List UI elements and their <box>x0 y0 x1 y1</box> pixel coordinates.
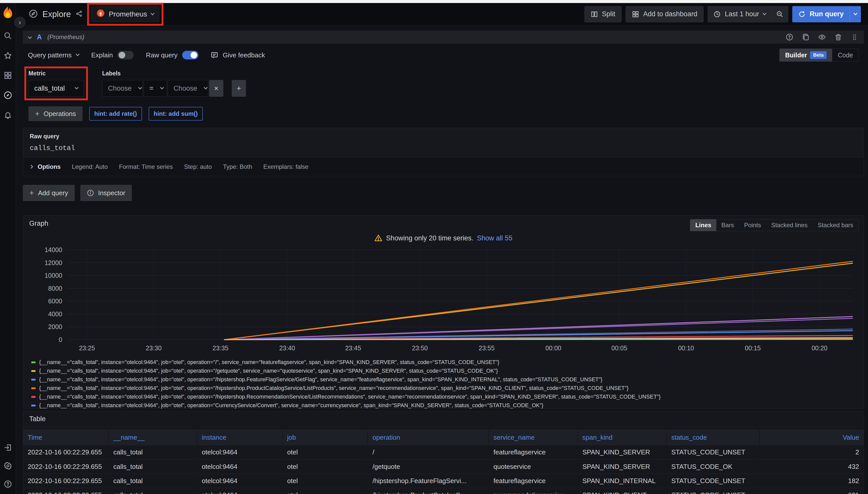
alerting-bell-icon[interactable] <box>3 111 12 119</box>
graph-mode-tab-bars[interactable]: Bars <box>716 219 739 231</box>
graph-mode-tab-points[interactable]: Points <box>739 219 766 231</box>
hint-add-rate-button[interactable]: hint: add rate() <box>89 107 142 120</box>
raw-query-toggle-group: Raw query <box>146 51 198 59</box>
svg-text:6000: 6000 <box>48 298 62 305</box>
query-options-row[interactable]: Options Legend: AutoFormat: Time seriesS… <box>23 157 864 176</box>
dashboards-icon[interactable] <box>3 71 12 80</box>
legend-item[interactable]: {__name__="calls_total", instance="otelc… <box>31 393 857 401</box>
graph-mode-tab-stacked-bars[interactable]: Stacked bars <box>813 219 858 231</box>
options-label: Options <box>38 163 61 170</box>
datasource-picker[interactable]: Prometheus <box>91 6 159 22</box>
explore-compass-icon[interactable] <box>3 91 12 99</box>
search-icon[interactable] <box>3 32 12 40</box>
builder-tab[interactable]: Builder Beta <box>780 49 832 61</box>
table-cell: recommendationservice <box>489 488 578 494</box>
hide-response-eye-icon[interactable] <box>818 33 826 41</box>
query-help-icon[interactable] <box>786 33 793 41</box>
grafana-logo[interactable] <box>2 5 14 20</box>
time-series-chart[interactable]: 0200040006000800010000120001400023:2523:… <box>29 246 864 357</box>
graph-mode-tabs: LinesBarsPointsStacked linesStacked bars <box>690 219 858 231</box>
query-row-header[interactable]: A (Prometheus) <box>23 31 864 44</box>
share-icon[interactable] <box>75 10 83 18</box>
table-cell: SPAN_KIND_SERVER <box>578 445 667 459</box>
inspector-button[interactable]: Inspector <box>80 185 132 201</box>
chevron-down-icon <box>138 86 142 90</box>
graph-panel: Graph LinesBarsPointsStacked linesStacke… <box>23 215 864 409</box>
time-range-picker[interactable]: Last 1 hour <box>708 6 772 22</box>
zoom-out-time-button[interactable] <box>772 6 788 22</box>
sidebar-expand-button[interactable]: › <box>14 17 25 28</box>
give-feedback-link[interactable]: Give feedback <box>211 51 265 59</box>
svg-text:00:15: 00:15 <box>745 344 761 352</box>
options-summary-item: Step: auto <box>184 163 212 170</box>
svg-text:00:20: 00:20 <box>812 344 828 352</box>
browser-edge-strip <box>0 0 868 3</box>
duplicate-query-icon[interactable] <box>802 33 810 41</box>
table-cell: / <box>368 445 489 459</box>
legend-item[interactable]: {__name__="calls_total", instance="otelc… <box>31 358 857 366</box>
prometheus-icon <box>96 9 105 19</box>
column-header-operation[interactable]: operation <box>368 430 489 445</box>
column-header-service-name[interactable]: service_name <box>489 430 578 445</box>
remove-query-trash-icon[interactable] <box>834 33 842 41</box>
collapse-chevron-icon[interactable] <box>28 35 32 39</box>
drag-handle-icon[interactable] <box>851 33 858 41</box>
starred-icon[interactable] <box>3 51 12 60</box>
raw-query-toggle[interactable] <box>182 51 198 59</box>
column-header-value[interactable]: Value <box>759 430 864 445</box>
legend-swatch <box>31 379 36 381</box>
show-all-series-link[interactable]: Show all 55 <box>477 234 512 242</box>
help-icon[interactable] <box>3 480 12 489</box>
query-toolbar: Query patterns Explain Raw query Give fe… <box>23 48 864 62</box>
column-header-span-kind[interactable]: span_kind <box>578 430 667 445</box>
column-header-status-code[interactable]: status_code <box>667 430 759 445</box>
legend-item[interactable]: {__name__="calls_total", instance="otelc… <box>31 384 857 393</box>
legend-item[interactable]: {__name__="calls_total", instance="otelc… <box>31 366 857 375</box>
graph-mode-tab-stacked-lines[interactable]: Stacked lines <box>766 219 813 231</box>
add-to-dashboard-button[interactable]: Add to dashboard <box>626 6 704 22</box>
legend-item[interactable]: {__name__="calls_total", instance="otelc… <box>31 375 857 384</box>
add-operation-button[interactable]: + Operations <box>29 106 83 121</box>
column-header--name-[interactable]: __name__ <box>109 430 197 445</box>
table-cell: otelcol:9464 <box>197 488 282 494</box>
remove-label-filter-button[interactable]: × <box>209 80 223 97</box>
metric-select[interactable]: calls_total <box>29 80 84 97</box>
explain-toggle-group: Explain <box>91 51 134 59</box>
add-label-filter-button[interactable]: + <box>232 80 246 97</box>
run-query-dropdown[interactable] <box>850 6 861 22</box>
metric-label: Metric <box>29 70 84 77</box>
table-cell: otel <box>282 445 368 459</box>
code-tab[interactable]: Code <box>832 49 858 61</box>
explain-label: Explain <box>91 51 113 59</box>
table-row: 2022-10-16 00:22:29.655calls_totalotelco… <box>23 445 864 459</box>
table-header-row: Time__name__instancejoboperationservice_… <box>23 430 864 445</box>
options-summary-item: Format: Time series <box>119 163 173 170</box>
run-query-button[interactable]: Run query <box>792 6 850 22</box>
label-key-select[interactable]: Choose <box>102 80 143 97</box>
graph-mode-tab-lines[interactable]: Lines <box>690 219 716 231</box>
label-value-placeholder: Choose <box>174 84 197 92</box>
table-cell: 2 <box>759 445 864 459</box>
table-row: 2022-10-16 00:22:29.655calls_totalotelco… <box>23 488 864 494</box>
label-operator-select[interactable]: = <box>144 80 167 97</box>
split-button[interactable]: Split <box>584 6 622 22</box>
hint-add-sum-button[interactable]: hint: add sum() <box>149 107 203 120</box>
explain-toggle[interactable] <box>117 51 134 59</box>
label-value-select[interactable]: Choose <box>168 80 209 97</box>
legend-label: {__name__="calls_total", instance="otelc… <box>39 385 629 392</box>
table-row: 2022-10-16 00:22:29.655calls_totalotelco… <box>23 474 864 488</box>
sign-in-icon[interactable] <box>3 443 12 452</box>
svg-text:2000: 2000 <box>48 323 62 330</box>
column-header-job[interactable]: job <box>282 430 368 445</box>
add-query-label: Add query <box>38 189 68 197</box>
legend-item[interactable]: {__name__="calls_total", instance="otelc… <box>31 401 857 409</box>
svg-text:12000: 12000 <box>44 259 62 266</box>
column-header-time[interactable]: Time <box>23 430 109 445</box>
add-query-button[interactable]: + Add query <box>23 185 75 201</box>
raw-query-toggle-label: Raw query <box>146 51 177 59</box>
labels-label: Labels <box>102 70 246 77</box>
query-patterns-dropdown[interactable]: Query patterns <box>28 51 79 59</box>
column-header-instance[interactable]: instance <box>197 430 282 445</box>
inspector-label: Inspector <box>98 189 125 197</box>
settings-gear-icon[interactable] <box>3 461 12 470</box>
